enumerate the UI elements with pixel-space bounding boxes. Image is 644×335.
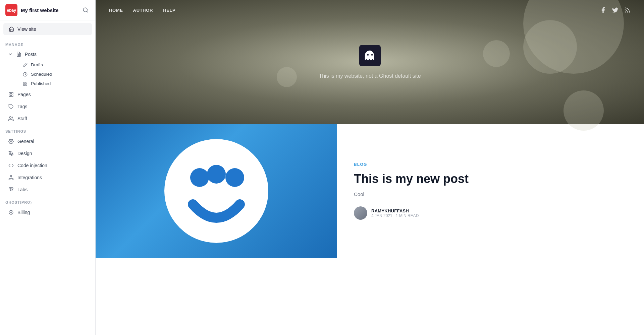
posts-label: Posts <box>25 52 37 57</box>
ghost-pro-section-label: GHOST(PRO) <box>0 196 95 206</box>
svg-rect-9 <box>9 92 11 94</box>
view-site-label: View site <box>17 26 36 32</box>
svg-point-27 <box>207 165 226 184</box>
nav-labs[interactable]: Labs <box>3 184 93 195</box>
svg-point-15 <box>10 141 12 142</box>
chevron-down-icon <box>8 52 13 57</box>
pages-icon <box>8 92 14 97</box>
site-title: My first website <box>21 7 59 13</box>
main-content: HOME AUTHOR HELP <box>96 0 644 335</box>
nav-staff[interactable]: Staff <box>3 113 93 124</box>
rss-icon <box>624 7 631 13</box>
search-button[interactable] <box>81 6 90 14</box>
staff-icon <box>8 116 14 121</box>
blog-title: This is my new post <box>354 172 627 186</box>
nav-design[interactable]: Design <box>3 148 93 159</box>
blog-section: BLOG This is my new post Cool RAMYKHUFFA… <box>96 124 644 258</box>
rss-icon-link[interactable] <box>624 7 631 13</box>
posts-nav-item[interactable]: Posts <box>3 49 93 60</box>
decorative-circle-2 <box>523 20 577 74</box>
svg-rect-10 <box>11 92 13 94</box>
nav-drafts[interactable]: Drafts <box>17 60 93 69</box>
pencil-icon <box>23 63 28 67</box>
svg-line-22 <box>11 178 12 179</box>
twitter-icon-link[interactable] <box>612 7 619 13</box>
search-icon <box>83 7 89 13</box>
svg-rect-12 <box>11 95 13 96</box>
hero-nav: HOME AUTHOR HELP <box>96 0 644 20</box>
labs-icon <box>8 187 14 192</box>
logo-text: ebay <box>7 8 16 13</box>
decorative-circle-5 <box>277 67 297 87</box>
twitter-icon <box>612 7 619 13</box>
facebook-icon <box>600 7 606 13</box>
svg-point-14 <box>9 117 11 118</box>
facebook-icon-link[interactable] <box>600 7 606 13</box>
integrations-icon <box>8 175 14 180</box>
author-details: RAMYKHUFFASH 4 JAN 2021 · 1 MIN READ <box>371 208 419 218</box>
grid-icon <box>23 81 28 86</box>
clock-icon <box>23 72 28 77</box>
svg-rect-7 <box>23 84 25 85</box>
svg-line-21 <box>10 178 11 179</box>
sidebar: ebay My first website View site MANAGE P… <box>0 0 96 335</box>
ghost-logo-box <box>359 45 381 66</box>
hero-social-icons <box>600 7 631 13</box>
svg-point-26 <box>190 168 209 187</box>
smiley-face-svg <box>159 134 273 248</box>
nav-link-home[interactable]: HOME <box>109 8 123 13</box>
nav-tags[interactable]: Tags <box>3 101 93 112</box>
svg-line-1 <box>87 11 88 12</box>
svg-point-16 <box>10 153 11 154</box>
ghost-logo-icon <box>364 49 376 62</box>
hero-section: HOME AUTHOR HELP <box>96 0 644 124</box>
home-icon <box>9 26 14 32</box>
nav-link-author[interactable]: AUTHOR <box>133 8 153 13</box>
author-avatar <box>354 206 367 220</box>
author-avatar-image <box>354 206 367 220</box>
posts-icon <box>16 52 21 57</box>
settings-section-label: SETTINGS <box>0 125 95 135</box>
svg-point-28 <box>225 168 244 187</box>
svg-point-24 <box>625 12 626 12</box>
view-site-button[interactable]: View site <box>3 23 92 35</box>
svg-rect-8 <box>25 84 27 85</box>
billing-icon <box>8 210 14 215</box>
ebay-logo: ebay <box>5 4 17 16</box>
nav-published[interactable]: Published <box>17 79 93 88</box>
svg-rect-11 <box>9 95 11 96</box>
design-icon <box>8 151 14 156</box>
blog-tag: BLOG <box>354 162 627 167</box>
settings-icon <box>8 139 14 144</box>
hero-subtitle: This is my website, not a Ghost default … <box>319 73 421 79</box>
svg-point-25 <box>164 139 268 243</box>
nav-code-injection[interactable]: Code injection <box>3 160 93 171</box>
blog-excerpt: Cool <box>354 191 627 197</box>
tag-icon <box>8 104 14 109</box>
manage-section-label: MANAGE <box>0 38 95 49</box>
blog-image <box>96 124 337 258</box>
sidebar-header: ebay My first website <box>0 0 95 20</box>
author-meta: 4 JAN 2021 · 1 MIN READ <box>371 213 419 218</box>
sidebar-logo-area: ebay My first website <box>5 4 59 16</box>
blog-info: BLOG This is my new post Cool RAMYKHUFFA… <box>337 124 644 258</box>
nav-scheduled[interactable]: Scheduled <box>17 70 93 79</box>
hero-nav-links: HOME AUTHOR HELP <box>109 8 175 13</box>
nav-billing[interactable]: Billing <box>3 207 93 218</box>
decorative-circle-4 <box>564 90 604 131</box>
svg-rect-6 <box>25 82 27 83</box>
posts-sub-nav: Drafts Scheduled Published <box>0 60 95 88</box>
nav-link-help[interactable]: HELP <box>163 8 175 13</box>
nav-general[interactable]: General <box>3 136 93 147</box>
svg-rect-5 <box>23 82 25 83</box>
nav-integrations[interactable]: Integrations <box>3 172 93 183</box>
code-icon <box>8 163 14 168</box>
author-row: RAMYKHUFFASH 4 JAN 2021 · 1 MIN READ <box>354 206 627 220</box>
author-name: RAMYKHUFFASH <box>371 208 419 213</box>
decorative-circle-3 <box>483 40 510 67</box>
nav-pages[interactable]: Pages <box>3 89 93 100</box>
